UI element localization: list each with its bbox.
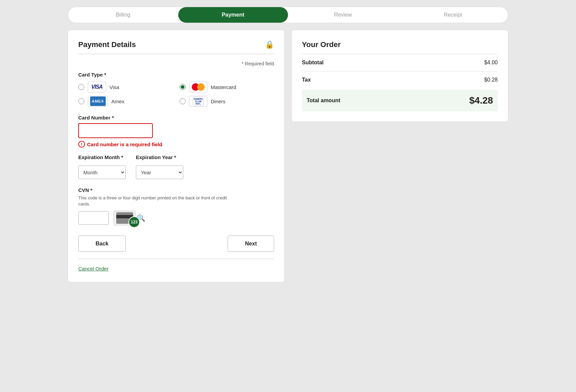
subtotal-label: Subtotal <box>302 60 324 66</box>
bottom-divider <box>78 259 274 259</box>
card-number-error: ! Card number is a required field <box>78 141 274 148</box>
cvn-description: This code is a three or four digit numbe… <box>78 195 227 207</box>
step-payment[interactable]: Payment <box>178 7 288 23</box>
card-number-label: Card Number * <box>78 115 274 121</box>
tax-value: $0.28 <box>484 77 498 83</box>
step-receipt[interactable]: Receipt <box>398 7 508 23</box>
radio-amex[interactable] <box>78 98 84 104</box>
order-tax-row: Tax $0.28 <box>302 71 498 88</box>
mastercard-logo-img <box>189 82 207 92</box>
order-total-row: Total amount $4.28 <box>302 90 498 111</box>
expiry-row: Expiration Month * Month 010203 040506 0… <box>78 154 274 179</box>
card-option-mastercard[interactable]: Mastercard <box>180 82 274 92</box>
button-row: Back Next <box>78 236 274 252</box>
radio-diners[interactable] <box>180 98 186 104</box>
card-number-field-group: Card Number * ! Card number is a require… <box>78 115 274 148</box>
subtotal-value: $4.00 <box>484 60 498 66</box>
total-label: Total amount <box>307 97 340 104</box>
error-text: Card number is a required field <box>87 141 162 147</box>
diners-label: Diners <box>211 99 225 104</box>
panel-title-row: Payment Details 🔒 <box>78 40 274 49</box>
back-button[interactable]: Back <box>78 236 126 252</box>
next-button[interactable]: Next <box>228 236 274 252</box>
title-divider <box>78 54 274 54</box>
order-title: Your Order <box>302 40 498 49</box>
card-option-amex[interactable]: AMEX Amex <box>78 96 173 107</box>
total-value: $4.28 <box>469 95 493 106</box>
main-layout: Payment Details 🔒 * Required field Card … <box>68 30 508 282</box>
cvn-row: 123 🔍 <box>78 211 274 225</box>
order-panel: Your Order Subtotal $4.00 Tax $0.28 Tota… <box>291 30 508 122</box>
cvn-badge: 123 <box>128 216 140 228</box>
expiry-month-select[interactable]: Month 010203 040506 070809 101112 <box>78 166 126 179</box>
amex-logo-img: AMEX <box>88 96 108 107</box>
cvn-input[interactable] <box>78 211 109 225</box>
cvn-hint-image: 123 <box>114 211 136 225</box>
radio-mastercard[interactable] <box>180 84 186 90</box>
visa-label: Visa <box>109 84 119 90</box>
expiry-year-label: Expiration Year * <box>136 154 183 160</box>
diners-logo-img: DINERSCLUBINTL <box>189 96 207 107</box>
progress-bar: Billing Payment Review Receipt <box>68 7 508 23</box>
radio-visa[interactable] <box>78 84 84 90</box>
required-note: * Required field <box>78 61 274 66</box>
cvn-hint: 123 🔍 <box>114 211 145 225</box>
mastercard-label: Mastercard <box>211 84 236 90</box>
mc-circle-right <box>197 83 205 91</box>
card-option-diners[interactable]: DINERSCLUBINTL Diners <box>180 96 274 107</box>
error-icon: ! <box>78 141 85 148</box>
cancel-order-link[interactable]: Cancel Order <box>78 266 108 271</box>
expiry-month-group: Expiration Month * Month 010203 040506 0… <box>78 154 126 179</box>
expiry-year-group: Expiration Year * Year 202420252026 2027… <box>136 154 183 179</box>
step-billing[interactable]: Billing <box>68 7 178 23</box>
visa-logo-img: VISA <box>88 82 106 92</box>
expiry-year-select[interactable]: Year 202420252026 202720282029 2030 <box>136 166 183 179</box>
expiry-month-label: Expiration Month * <box>78 154 126 160</box>
card-type-grid: VISA Visa Mastercard AMEX <box>78 82 274 107</box>
card-number-input[interactable] <box>78 123 153 138</box>
card-type-label: Card Type * <box>78 72 274 78</box>
amex-label: Amex <box>111 99 124 104</box>
tax-label: Tax <box>302 77 311 83</box>
order-subtotal-row: Subtotal $4.00 <box>302 54 498 71</box>
cvn-field-group: CVN * This code is a three or four digit… <box>78 187 274 225</box>
lock-icon: 🔒 <box>265 40 274 49</box>
step-review[interactable]: Review <box>288 7 398 23</box>
card-option-visa[interactable]: VISA Visa <box>78 82 173 92</box>
cvn-label: CVN * <box>78 187 274 193</box>
payment-details-panel: Payment Details 🔒 * Required field Card … <box>68 30 285 282</box>
panel-title: Payment Details <box>78 40 136 49</box>
